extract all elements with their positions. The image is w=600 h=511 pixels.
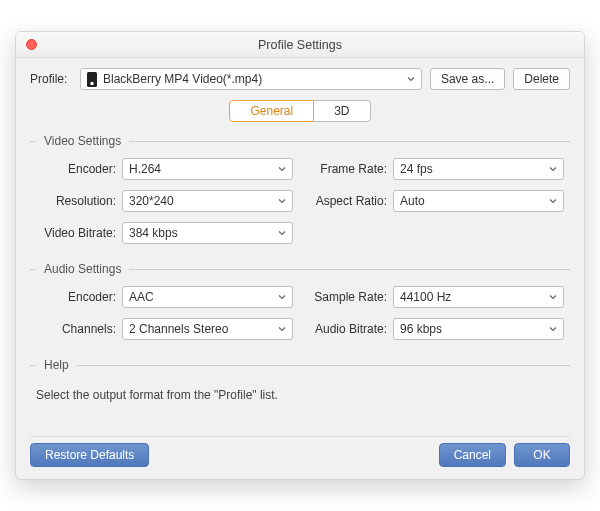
video-bitrate-field: Video Bitrate: 384 kbps <box>36 222 293 244</box>
resolution-field: Resolution: 320*240 <box>36 190 293 212</box>
profile-label: Profile: <box>30 72 72 86</box>
audio-bitrate-value: 96 kbps <box>400 322 549 336</box>
help-text: Select the output format from the "Profi… <box>30 382 570 428</box>
chevron-down-icon <box>549 293 557 301</box>
chevron-down-icon <box>278 229 286 237</box>
chevron-down-icon <box>278 165 286 173</box>
help-section-title: Help <box>30 358 570 372</box>
delete-button[interactable]: Delete <box>513 68 570 90</box>
content-area: Profile: BlackBerry MP4 Video(*.mp4) Sav… <box>16 58 584 479</box>
channels-select[interactable]: 2 Channels Stereo <box>122 318 293 340</box>
device-icon <box>87 72 97 87</box>
frame-rate-field: Frame Rate: 24 fps <box>307 158 564 180</box>
audio-bitrate-select[interactable]: 96 kbps <box>393 318 564 340</box>
frame-rate-select[interactable]: 24 fps <box>393 158 564 180</box>
video-encoder-label: Encoder: <box>36 162 122 176</box>
resolution-select[interactable]: 320*240 <box>122 190 293 212</box>
tab-general[interactable]: General <box>229 100 314 122</box>
frame-rate-label: Frame Rate: <box>307 162 393 176</box>
sample-rate-value: 44100 Hz <box>400 290 549 304</box>
video-section-title: Video Settings <box>30 134 570 148</box>
chevron-down-icon <box>549 197 557 205</box>
tab-group: General 3D <box>229 100 370 122</box>
frame-rate-value: 24 fps <box>400 162 549 176</box>
aspect-ratio-select[interactable]: Auto <box>393 190 564 212</box>
audio-encoder-select[interactable]: AAC <box>122 286 293 308</box>
video-section-label: Video Settings <box>44 134 121 148</box>
video-encoder-field: Encoder: H.264 <box>36 158 293 180</box>
video-bitrate-value: 384 kbps <box>129 226 278 240</box>
audio-bitrate-field: Audio Bitrate: 96 kbps <box>307 318 564 340</box>
aspect-ratio-field: Aspect Ratio: Auto <box>307 190 564 212</box>
audio-encoder-value: AAC <box>129 290 278 304</box>
audio-settings-section: Audio Settings Encoder: AAC Sample Rate:… <box>30 262 570 340</box>
chevron-down-icon <box>278 197 286 205</box>
tabbar: General 3D <box>30 100 570 122</box>
sample-rate-select[interactable]: 44100 Hz <box>393 286 564 308</box>
profile-settings-dialog: Profile Settings Profile: BlackBerry MP4… <box>15 31 585 480</box>
sample-rate-field: Sample Rate: 44100 Hz <box>307 286 564 308</box>
titlebar: Profile Settings <box>16 32 584 58</box>
profile-row: Profile: BlackBerry MP4 Video(*.mp4) Sav… <box>30 68 570 90</box>
window-title: Profile Settings <box>258 38 342 52</box>
aspect-ratio-label: Aspect Ratio: <box>307 194 393 208</box>
video-bitrate-select[interactable]: 384 kbps <box>122 222 293 244</box>
channels-label: Channels: <box>36 322 122 336</box>
aspect-ratio-value: Auto <box>400 194 549 208</box>
video-bitrate-label: Video Bitrate: <box>36 226 122 240</box>
chevron-down-icon <box>407 75 415 83</box>
video-settings-section: Video Settings Encoder: H.264 Frame Rate… <box>30 134 570 244</box>
audio-section-title: Audio Settings <box>30 262 570 276</box>
dialog-footer: Restore Defaults Cancel OK <box>30 436 570 467</box>
ok-button[interactable]: OK <box>514 443 570 467</box>
tab-3d[interactable]: 3D <box>314 100 370 122</box>
audio-bitrate-label: Audio Bitrate: <box>307 322 393 336</box>
sample-rate-label: Sample Rate: <box>307 290 393 304</box>
chevron-down-icon <box>549 165 557 173</box>
profile-value: BlackBerry MP4 Video(*.mp4) <box>103 72 407 86</box>
help-section: Help Select the output format from the "… <box>30 358 570 428</box>
resolution-label: Resolution: <box>36 194 122 208</box>
channels-field: Channels: 2 Channels Stereo <box>36 318 293 340</box>
video-encoder-value: H.264 <box>129 162 278 176</box>
cancel-button[interactable]: Cancel <box>439 443 506 467</box>
audio-encoder-label: Encoder: <box>36 290 122 304</box>
resolution-value: 320*240 <box>129 194 278 208</box>
chevron-down-icon <box>549 325 557 333</box>
channels-value: 2 Channels Stereo <box>129 322 278 336</box>
chevron-down-icon <box>278 293 286 301</box>
audio-section-label: Audio Settings <box>44 262 121 276</box>
chevron-down-icon <box>278 325 286 333</box>
video-fields: Encoder: H.264 Frame Rate: 24 fps Resolu… <box>30 158 570 244</box>
close-icon[interactable] <box>26 39 37 50</box>
restore-defaults-button[interactable]: Restore Defaults <box>30 443 149 467</box>
audio-encoder-field: Encoder: AAC <box>36 286 293 308</box>
help-section-label: Help <box>44 358 69 372</box>
save-as-button[interactable]: Save as... <box>430 68 505 90</box>
video-encoder-select[interactable]: H.264 <box>122 158 293 180</box>
audio-fields: Encoder: AAC Sample Rate: 44100 Hz Chann… <box>30 286 570 340</box>
profile-select[interactable]: BlackBerry MP4 Video(*.mp4) <box>80 68 422 90</box>
